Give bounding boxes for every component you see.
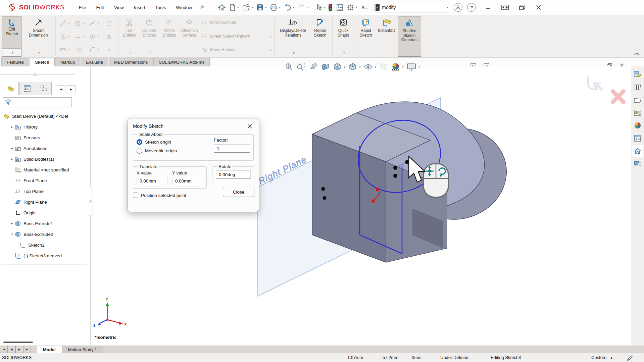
- model-tab[interactable]: Model: [37, 346, 62, 353]
- tree-item-top-plane[interactable]: Top Plane: [0, 186, 90, 197]
- tree-item-annotations[interactable]: ▸ Annotations: [0, 143, 90, 154]
- tab-sketch[interactable]: Sketch: [30, 58, 55, 66]
- collapse-arrow-icon[interactable]: ▾: [9, 232, 15, 236]
- cancel-x-icon[interactable]: [613, 91, 624, 102]
- search-dropdown[interactable]: ▾: [446, 6, 448, 9]
- tree-item-sketch2[interactable]: Sketch2: [0, 240, 90, 250]
- shaded-sketch-contours-button[interactable]: Shaded Sketch Contours: [398, 16, 421, 57]
- menu-view[interactable]: View: [109, 4, 129, 11]
- search-input[interactable]: [380, 5, 445, 10]
- zoom-to-fit-button[interactable]: [284, 62, 294, 72]
- radio-selected-icon[interactable]: [137, 139, 142, 145]
- save-button[interactable]: ▾: [255, 3, 268, 12]
- tabs-scroll-right-button[interactable]: ▶: [67, 85, 76, 93]
- display-delete-relations-button[interactable]: Display/Delete Relations ▾: [276, 16, 310, 57]
- close-button[interactable]: Close: [223, 187, 254, 197]
- quick-snaps-button[interactable]: Quick Snaps ▾: [334, 16, 352, 57]
- options-list-icon[interactable]: [335, 3, 345, 12]
- section-view-button[interactable]: [320, 62, 331, 72]
- splitter-dot-icon[interactable]: [34, 73, 36, 76]
- panel-splitter-handle[interactable]: [88, 188, 93, 215]
- hide-show-items-button[interactable]: ▾: [363, 62, 377, 72]
- panel-top-splitter[interactable]: [0, 66, 90, 76]
- exit-sketch-dropdown[interactable]: ▾: [2, 48, 21, 56]
- previous-tab-button[interactable]: ◀: [8, 346, 15, 353]
- tab-features[interactable]: Features: [1, 58, 29, 66]
- zoom-to-area-button[interactable]: [296, 62, 306, 72]
- custom-properties-button[interactable]: [632, 132, 643, 144]
- tree-item-origin[interactable]: Origin: [0, 207, 90, 218]
- x-value-input[interactable]: [137, 177, 167, 185]
- menu-insert[interactable]: Insert: [129, 4, 150, 11]
- display-style-button[interactable]: ▾: [348, 62, 361, 72]
- tree-item-front-plane[interactable]: Front Plane: [0, 175, 90, 186]
- expand-arrow-icon[interactable]: ▸: [9, 147, 15, 150]
- motion-study-tab[interactable]: Motion Study 1: [62, 346, 104, 353]
- tree-item-sketch3-derived[interactable]: (-) Sketch3 derived: [0, 250, 90, 261]
- instant2d-button[interactable]: Instant2D: [376, 16, 398, 57]
- appearances-scenes-button[interactable]: [632, 119, 643, 132]
- performance-icon[interactable]: [327, 2, 334, 12]
- feature-manager-tab[interactable]: [3, 82, 19, 95]
- minimize-icon[interactable]: [485, 4, 491, 10]
- tree-item-history[interactable]: ▸ History: [0, 121, 90, 132]
- search-icon[interactable]: [445, 4, 445, 10]
- y-value-input[interactable]: [172, 177, 203, 185]
- new-document-button[interactable]: ▾: [228, 3, 240, 12]
- configuration-manager-tab[interactable]: [36, 82, 52, 95]
- user-account-icon[interactable]: [454, 3, 462, 12]
- apply-scene-button[interactable]: ▾: [391, 62, 404, 72]
- exit-sketch-button[interactable]: Exit Sketch ▾: [2, 16, 21, 57]
- expand-arrow-icon[interactable]: ▸: [9, 222, 15, 225]
- save-dropdown[interactable]: ▾: [265, 6, 266, 9]
- tab-solidworks-add-ins[interactable]: SOLIDWORKS Add-Ins: [153, 58, 210, 66]
- tree-horizontal-scrollbar[interactable]: [3, 342, 87, 344]
- tab-evaluate[interactable]: Evaluate: [81, 58, 108, 66]
- first-tab-button[interactable]: |◀: [0, 346, 8, 353]
- expand-arrow-icon[interactable]: ▸: [9, 157, 15, 161]
- rapid-sketch-button[interactable]: Rapid Sketch: [356, 16, 376, 57]
- command-search-box[interactable]: >_ ▾: [375, 3, 449, 12]
- tabs-scroll-left-button[interactable]: ◀: [57, 85, 65, 93]
- position-selected-point-checkbox[interactable]: Position selected point: [133, 193, 207, 198]
- redo-button[interactable]: ▾: [296, 3, 310, 12]
- dialog-header[interactable]: Modify Sketch: [133, 122, 254, 131]
- menu-file[interactable]: File: [74, 4, 91, 11]
- rollback-bar[interactable]: [1, 264, 87, 264]
- file-explorer-button[interactable]: [632, 94, 643, 106]
- collapse-ribbon-icon[interactable]: [634, 52, 639, 55]
- solidworks-resources-button[interactable]: [632, 68, 643, 81]
- split-view-icon[interactable]: [501, 4, 509, 10]
- tree-item-sensors[interactable]: Sensors: [0, 132, 90, 143]
- home-tab-button[interactable]: [632, 145, 643, 157]
- menu-tools[interactable]: Tools: [150, 4, 171, 11]
- scrollbar-thumb[interactable]: [3, 342, 33, 343]
- menu-window[interactable]: Window: [171, 4, 197, 11]
- select-arrow-button[interactable]: ▾: [314, 3, 326, 12]
- sketch-origin-radio[interactable]: Sketch origin: [137, 139, 177, 145]
- smart-dimension-button[interactable]: Smart Dimension ▾: [23, 16, 54, 57]
- home-button[interactable]: [216, 3, 227, 12]
- checkbox-icon[interactable]: [133, 193, 138, 198]
- repair-sketch-button[interactable]: Repair Sketch: [310, 16, 331, 57]
- previous-view-button[interactable]: [308, 62, 318, 72]
- tree-item-part-root[interactable]: Start Derive (Default) <<Def: [0, 111, 90, 121]
- open-button[interactable]: ▾: [241, 3, 255, 12]
- dialog-close-icon[interactable]: [246, 123, 254, 130]
- confirmation-corner-icon[interactable]: [588, 76, 603, 91]
- view-orientation-button[interactable]: ▾: [332, 62, 346, 72]
- settings-gear-button[interactable]: ▾: [345, 3, 358, 12]
- select-dropdown[interactable]: ▾: [323, 6, 325, 9]
- settings-dropdown[interactable]: ▾: [355, 6, 357, 9]
- print-dropdown[interactable]: ▾: [279, 6, 281, 9]
- property-manager-tab[interactable]: [19, 82, 35, 95]
- status-units-selector[interactable]: Custom: [591, 355, 606, 360]
- tab-mbd-dimensions[interactable]: MBD Dimensions: [109, 58, 153, 66]
- collapsed-menu-indicator[interactable]: S...: [361, 5, 368, 10]
- new-document-dropdown[interactable]: ▾: [237, 6, 239, 9]
- tab-markup[interactable]: Markup: [55, 58, 80, 66]
- close-icon[interactable]: [536, 4, 542, 10]
- next-tab-button[interactable]: ▶: [15, 346, 23, 353]
- moveable-origin-radio[interactable]: Moveable origin: [137, 148, 177, 154]
- rotate-input[interactable]: [216, 170, 251, 179]
